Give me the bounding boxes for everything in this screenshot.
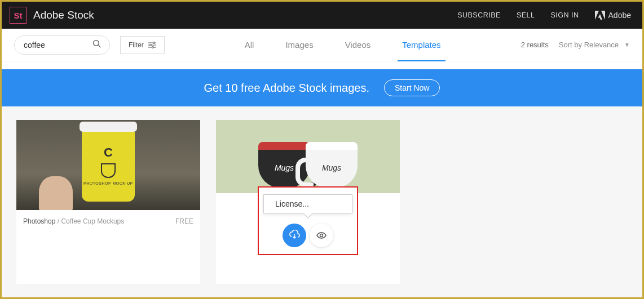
adobe-triangle-icon (595, 11, 605, 20)
search-icon[interactable] (92, 39, 102, 51)
cup-icon (101, 163, 116, 178)
svg-line-1 (98, 45, 100, 47)
adobe-label: Adobe (608, 11, 631, 20)
chevron-down-icon: ▼ (624, 42, 630, 48)
cup-lid (80, 122, 137, 132)
cup-letter: C (104, 145, 113, 160)
card-footer: Photoshop / Coffee Cup Mockups FREE (16, 210, 200, 233)
results-grid: C PHOTOSHOP MOCK-UP Photoshop / Coffee C… (2, 106, 642, 297)
nav-signin[interactable]: SIGN IN (550, 11, 579, 19)
sort-label: Sort by Relevance (559, 41, 619, 49)
card-thumbnail: C PHOTOSHOP MOCK-UP (16, 120, 200, 210)
cloud-download-icon (289, 230, 300, 241)
filter-label: Filter (129, 41, 144, 49)
banner-text: Get 10 free Adobe Stock images. (204, 82, 370, 95)
svg-point-0 (94, 40, 99, 46)
tab-templates[interactable]: Templates (402, 29, 440, 61)
logo-text: St (14, 11, 23, 20)
tab-images[interactable]: Images (285, 29, 313, 61)
nav-subscribe[interactable]: SUBSCRIBE (457, 11, 501, 19)
toolbar-right: 2 results Sort by Relevance ▼ (521, 41, 630, 49)
sort-dropdown[interactable]: Sort by Relevance ▼ (559, 41, 630, 49)
card-title: Coffee Cup Mockups (61, 217, 124, 225)
svg-point-3 (153, 42, 155, 43)
filter-button[interactable]: Filter (120, 36, 165, 54)
hand-graphic (39, 176, 73, 210)
adobe-logo[interactable]: Adobe (595, 11, 631, 20)
results-count: 2 results (521, 41, 549, 49)
mug-logo-text: Mugs (275, 163, 294, 172)
tab-all[interactable]: All (245, 29, 254, 61)
start-now-button[interactable]: Start Now (384, 79, 440, 96)
action-buttons (259, 224, 357, 254)
svg-point-5 (149, 44, 151, 46)
download-button[interactable] (283, 224, 306, 247)
mug-logo-text: Mugs (322, 163, 341, 172)
svg-point-8 (320, 234, 323, 237)
license-popup: License... (258, 186, 358, 255)
brand-name: Adobe Stock (33, 9, 94, 21)
license-tooltip: License... (263, 194, 352, 213)
card-category: Photoshop (23, 217, 55, 225)
svg-point-7 (152, 46, 153, 48)
white-mug-graphic: Mugs (306, 142, 358, 188)
header-right: SUBSCRIBE SELL SIGN IN Adobe (457, 11, 631, 20)
top-header: St Adobe Stock SUBSCRIBE SELL SIGN IN Ad… (2, 2, 642, 29)
separator: / (55, 217, 61, 225)
search-input[interactable] (24, 41, 87, 50)
result-card[interactable]: C PHOTOSHOP MOCK-UP Photoshop / Coffee C… (16, 120, 200, 284)
app-logo[interactable]: St (10, 7, 27, 24)
card-price: FREE (175, 217, 193, 225)
category-tabs: All Images Videos Templates (175, 29, 511, 61)
yellow-cup-graphic: C PHOTOSHOP MOCK-UP (82, 128, 135, 202)
toolbar: Filter All Images Videos Templates 2 res… (2, 29, 642, 61)
cup-sublabel: PHOTOSHOP MOCK-UP (83, 181, 133, 185)
header-left: St Adobe Stock (10, 7, 94, 24)
card-title-row: Photoshop / Coffee Cup Mockups (23, 217, 124, 225)
eye-icon (316, 230, 327, 241)
preview-button[interactable] (310, 224, 333, 247)
result-card[interactable]: Mugs Mugs License... (216, 120, 400, 284)
promo-banner: Get 10 free Adobe Stock images. Start No… (2, 69, 642, 106)
nav-sell[interactable]: SELL (517, 11, 535, 19)
search-field[interactable] (14, 35, 110, 55)
sliders-icon (148, 42, 156, 48)
tab-videos[interactable]: Videos (345, 29, 371, 61)
